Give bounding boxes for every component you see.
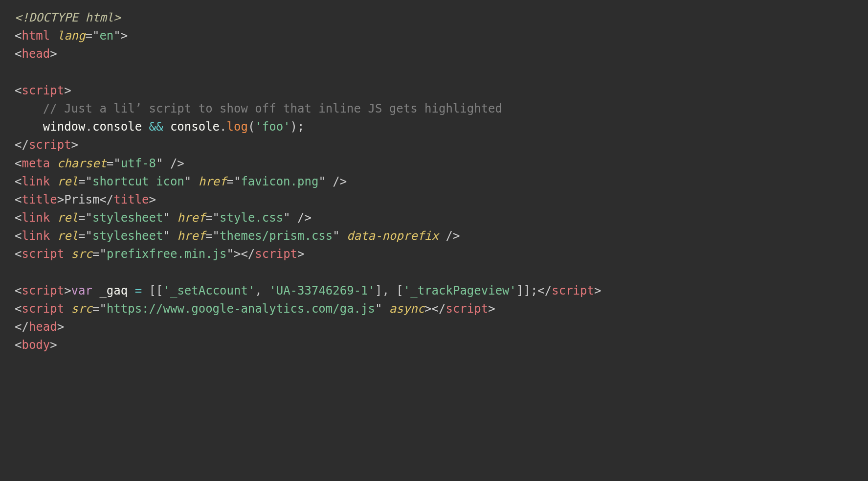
code-line: <head> (15, 47, 57, 61)
code-token: " (163, 211, 170, 225)
code-token: async (389, 302, 424, 316)
code-token: =" (78, 211, 92, 225)
code-token: script (22, 284, 64, 298)
code-token: Prism (64, 193, 99, 206)
code-token: =" (227, 175, 241, 188)
code-token: data-noprefix (347, 229, 439, 243)
code-token: > (149, 193, 156, 206)
code-token (191, 175, 198, 188)
code-token: < (15, 302, 22, 316)
code-token (50, 157, 57, 170)
code-token: " (333, 229, 339, 243)
code-token: shortcut icon (92, 175, 184, 188)
code-token (15, 102, 43, 115)
code-token: =" (205, 229, 220, 243)
code-token: 'UA-33746269-1' (269, 284, 375, 298)
code-token: > (64, 284, 71, 298)
code-token: _gaq (99, 284, 128, 298)
code-token: . (220, 120, 226, 134)
code-token (64, 247, 71, 261)
code-token: && (149, 120, 163, 134)
code-token: log (227, 120, 248, 134)
code-token: < (15, 47, 22, 61)
code-token: </ (15, 320, 29, 334)
code-token: > (424, 302, 431, 316)
code-token: < (15, 193, 22, 206)
code-token: link (22, 211, 50, 225)
code-token: head (29, 320, 57, 334)
code-token: lang (57, 29, 86, 43)
code-token: < (15, 284, 22, 298)
code-line: </script> (15, 138, 78, 152)
code-token: < (15, 338, 22, 352)
code-token: en (99, 29, 113, 43)
code-token: </ (99, 193, 113, 206)
code-token: src (71, 302, 92, 316)
code-token: link (22, 229, 50, 243)
code-token: script (22, 84, 64, 97)
code-token: '_setAccount' (163, 284, 255, 298)
code-token: utf-8 (121, 157, 156, 170)
code-token: var (71, 284, 92, 298)
code-token: = (135, 284, 142, 298)
code-token (50, 175, 57, 188)
code-token: /> (439, 229, 460, 243)
code-line: <html lang="en"> (15, 29, 128, 43)
code-token: "> (113, 29, 128, 43)
code-token: favicon.png (241, 175, 318, 188)
code-line: <script>var _gaq = [['_setAccount', 'UA-… (15, 284, 601, 298)
code-token: window (43, 120, 86, 134)
code-token (170, 229, 177, 243)
code-token: script (445, 302, 488, 316)
code-token: > (57, 320, 64, 334)
code-token: script (22, 247, 64, 261)
code-token: > (64, 84, 71, 97)
code-token: "> (227, 247, 241, 261)
code-token (262, 284, 269, 298)
code-token (389, 284, 396, 298)
code-token: href (177, 229, 205, 243)
code-token: < (15, 175, 22, 188)
code-token: " (156, 157, 163, 170)
code-token: . (86, 120, 92, 134)
code-token: [ (396, 284, 403, 298)
code-token: < (15, 211, 22, 225)
code-token: style.css (220, 211, 283, 225)
code-token: console (92, 120, 142, 134)
code-token: =" (107, 157, 121, 170)
code-token: < (15, 84, 22, 97)
code-token: <!DOCTYPE html> (15, 11, 121, 24)
code-token: meta (22, 157, 50, 170)
code-token: 'foo' (255, 120, 290, 134)
code-line: <link rel="shortcut icon" href="favicon.… (15, 175, 347, 188)
code-token: " (318, 175, 325, 188)
code-block: <!DOCTYPE html> <html lang="en"> <head> … (0, 0, 868, 364)
code-line: </head> (15, 320, 64, 334)
code-token: [[ (149, 284, 163, 298)
code-token: src (71, 247, 92, 261)
code-token: > (594, 284, 601, 298)
code-token (92, 284, 99, 298)
code-line: // Just a lil’ script to show off that i… (15, 102, 502, 115)
code-token: > (57, 193, 64, 206)
code-token (142, 120, 149, 134)
code-token: '_trackPageview' (403, 284, 516, 298)
code-token: link (22, 175, 50, 188)
code-token: =" (86, 29, 100, 43)
code-token: < (15, 229, 22, 243)
code-line: window.console && console.log('foo'); (15, 120, 305, 134)
code-token: < (15, 29, 22, 43)
code-token: body (22, 338, 50, 352)
code-line: <script src="prefixfree.min.js"></script… (15, 247, 304, 261)
code-token: rel (57, 175, 78, 188)
code-token: rel (57, 211, 78, 225)
code-token: =" (78, 175, 92, 188)
code-token: title (113, 193, 149, 206)
code-line: <link rel="stylesheet" href="themes/pris… (15, 229, 460, 243)
code-token: script (29, 138, 71, 152)
code-token: prefixfree.min.js (107, 247, 227, 261)
code-line: <!DOCTYPE html> (15, 11, 121, 24)
code-token: ] (375, 284, 382, 298)
code-token: stylesheet (92, 229, 163, 243)
code-token: > (50, 47, 57, 61)
